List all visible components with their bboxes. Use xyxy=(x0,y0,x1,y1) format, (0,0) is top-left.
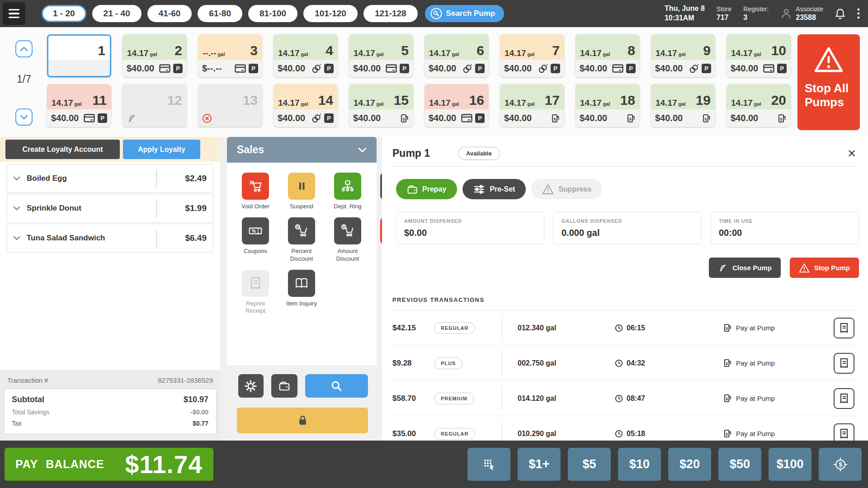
pay-at-pump-icon: $ xyxy=(400,113,409,123)
transaction-gallons: 014.120 gal xyxy=(502,386,615,411)
tab-pumps-61-80[interactable]: 61-80 xyxy=(198,5,242,22)
prepay-badge: P xyxy=(98,113,107,123)
pump-tile-11[interactable]: 14.17gal11 $40.00P xyxy=(47,84,111,127)
search-icon xyxy=(430,8,442,19)
basket-item-row[interactable]: Tuna Salad Sandwich $6.49 xyxy=(7,224,213,253)
preset-20-dollar-button[interactable]: $20 xyxy=(668,448,711,481)
lock-register-button[interactable] xyxy=(237,408,368,433)
pump-tile-12[interactable]: 12 xyxy=(123,84,187,127)
preset-100-dollar-button[interactable]: $100 xyxy=(769,448,811,481)
tab-pumps-41-60[interactable]: 41-60 xyxy=(147,5,192,22)
coupons-button[interactable]: % Coupons xyxy=(236,217,275,263)
svg-text:$: $ xyxy=(402,117,405,121)
view-receipt-button[interactable] xyxy=(834,388,854,409)
numeric-keypad-button[interactable] xyxy=(467,448,510,481)
prepay-badge: P xyxy=(475,113,485,123)
prepay-badge: P xyxy=(324,64,334,73)
void-order-button[interactable]: Void Order xyxy=(236,173,275,210)
tab-pumps-81-100[interactable]: 81-100 xyxy=(248,5,297,22)
apply-loyalty-button[interactable]: Apply Loyalty xyxy=(123,140,200,159)
pump-tile-10[interactable]: 14.17gal10 $40.00P xyxy=(726,34,791,77)
close-icon[interactable]: ✕ xyxy=(844,148,859,159)
pump-page-up-button[interactable] xyxy=(15,40,33,57)
dept-ring-button[interactable]: Dept. Ring xyxy=(328,173,367,210)
pump-range-tabs: 1 - 20 21 - 40 41-60 61-80 81-100 101-12… xyxy=(42,5,418,22)
pump-page-down-button[interactable] xyxy=(15,108,33,126)
pump-tile-20[interactable]: 14.17gal20 $40.00$ xyxy=(726,84,791,127)
pump-tile-9[interactable]: 14.17gal9 $40.00P xyxy=(651,34,715,77)
hamburger-menu-button[interactable] xyxy=(3,2,25,25)
pump-tile-15[interactable]: 14.17gal15 $40.00$ xyxy=(349,84,413,127)
pay-at-pump-icon: $ xyxy=(778,113,787,123)
pump-tile-18[interactable]: 14.17gal18 $40.00$ xyxy=(576,84,640,127)
pump-tile-1[interactable]: 1 xyxy=(47,34,111,77)
tab-pumps-101-120[interactable]: 101-120 xyxy=(303,5,358,22)
suspend-button[interactable]: Suspend xyxy=(282,173,321,210)
pump-tile-5[interactable]: 14.17gal5 $40.00P xyxy=(349,34,413,77)
pump-tile-13[interactable]: 13 xyxy=(198,84,262,127)
preset-10-dollar-button[interactable]: $10 xyxy=(618,448,661,481)
tab-pumps-21-40[interactable]: 21 - 40 xyxy=(92,5,142,22)
top-bar: 1 - 20 21 - 40 41-60 61-80 81-100 101-12… xyxy=(0,0,868,27)
tab-pumps-121-128[interactable]: 121-128 xyxy=(363,5,418,22)
pump-tile-8[interactable]: 14.17gal8 $40.00P xyxy=(576,34,640,77)
pump-tile-7[interactable]: 14.17gal7 $40.00P xyxy=(500,34,564,77)
cart-percent-icon: % xyxy=(294,224,309,238)
item-search-button[interactable] xyxy=(305,374,368,398)
suppress-button[interactable]: Suppress xyxy=(531,179,602,199)
transaction-method: $Pay at Pump xyxy=(723,394,834,403)
fuel-grade-badge: REGULAR xyxy=(434,322,475,334)
transaction-time: 05:18 xyxy=(615,430,723,438)
prepay-button[interactable]: Prepay xyxy=(396,179,457,199)
pump-tile-2[interactable]: 14.17gal2 $40.00P xyxy=(123,34,187,77)
notifications-bell-icon[interactable] xyxy=(835,8,845,19)
transaction-summary: Transaction # 8275331-2836529 Subtotal$1… xyxy=(0,370,220,441)
tab-pumps-1-20[interactable]: 1 - 20 xyxy=(42,5,86,22)
search-pump-button[interactable]: Search Pump xyxy=(425,5,505,22)
kebab-menu-icon[interactable] xyxy=(857,8,860,19)
pay-balance-button[interactable]: PAY BALANCE $11.74 xyxy=(5,448,213,481)
pump-tile-14[interactable]: 14.17gal14 $40.00P xyxy=(274,84,338,127)
item-price: $6.49 xyxy=(157,233,213,243)
transaction-row: $35.00 REGULAR 010.290 gal 05:18 $Pay at… xyxy=(392,416,859,441)
view-receipt-button[interactable] xyxy=(834,318,854,338)
stop-pump-button[interactable]: Stop Pump xyxy=(790,258,859,278)
basket-item-row[interactable]: Boiled Egg $2.49 xyxy=(7,164,213,193)
item-inquiry-button[interactable]: Item Inquiry xyxy=(282,270,321,315)
pay-at-pump-icon: $ xyxy=(723,429,732,438)
pump-tile-3[interactable]: --.--gal3 $--.--P xyxy=(198,34,262,77)
tax-value: $0.77 xyxy=(193,420,208,427)
svg-text:%: % xyxy=(296,225,299,229)
pause-icon xyxy=(295,179,308,193)
chevron-down-icon xyxy=(13,236,20,240)
preset-1-dollar-button[interactable]: $1+ xyxy=(518,448,561,481)
settings-button[interactable] xyxy=(238,374,264,398)
fuel-grade-badge: PREMIUM xyxy=(434,393,474,404)
preset-50-dollar-button[interactable]: $50 xyxy=(718,448,761,481)
subtotal-label: Subtotal xyxy=(12,395,44,404)
pump-tile-17[interactable]: 14.17gal17 $40.00$ xyxy=(500,84,564,127)
warning-triangle-icon xyxy=(542,184,554,195)
create-loyalty-account-button[interactable]: Create Loyalty Account xyxy=(5,140,120,159)
wallet-icon xyxy=(278,380,290,391)
pump-tile-6[interactable]: 14.17gal6 $40.00P xyxy=(425,34,489,77)
custom-amount-button[interactable]: $ xyxy=(819,448,862,481)
pump-tile-16[interactable]: 14.17gal16 $40.00P xyxy=(425,84,489,127)
preset-5-dollar-button[interactable]: $5 xyxy=(568,448,611,481)
prepay-wallet-button[interactable] xyxy=(271,374,297,398)
stop-all-pumps-button[interactable]: Stop AllPumps xyxy=(797,34,860,130)
amount-discount-button[interactable]: $ Amount Discount xyxy=(328,217,367,263)
view-receipt-button[interactable] xyxy=(834,423,854,441)
close-pump-button[interactable]: Close Pump xyxy=(709,258,781,278)
preset-button[interactable]: Pre-Set xyxy=(462,179,526,199)
basket-item-row[interactable]: Sprinkle Donut $1.99 xyxy=(7,194,213,223)
pump-tile-4[interactable]: 14.17gal4 $40.00P xyxy=(274,34,338,77)
coins-icon xyxy=(311,113,321,123)
percent-discount-button[interactable]: % Percent Discount xyxy=(282,217,321,263)
time-in-use-card: TIME IN USE 00:00 xyxy=(711,212,859,244)
chevron-down-icon[interactable] xyxy=(358,147,367,153)
reprint-receipt-button[interactable]: Reprint Receipt xyxy=(236,270,275,315)
pump-tile-19[interactable]: 14.17gal19 $40.00$ xyxy=(651,84,715,127)
view-receipt-button[interactable] xyxy=(834,353,854,374)
transaction-row: $58.70 PREMIUM 014.120 gal 08:47 $Pay at… xyxy=(392,381,859,416)
